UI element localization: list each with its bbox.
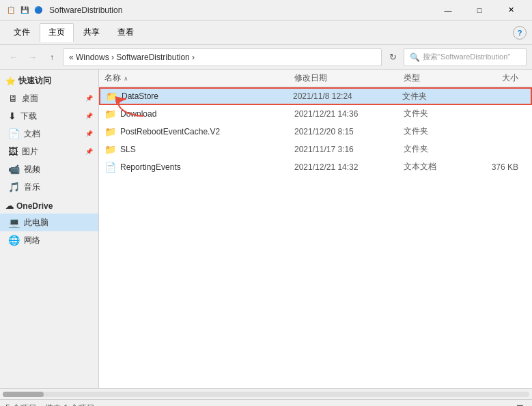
sidebar-group-onedrive[interactable]: ☁ OneDrive (0, 199, 98, 214)
documents-pin: 📌 (85, 130, 93, 137)
pictures-label: 图片 (22, 146, 38, 158)
tab-view[interactable]: 查看 (109, 23, 142, 42)
tab-share[interactable]: 共享 (75, 23, 108, 42)
desktop-icon: 🖥 (8, 93, 18, 104)
folder-icon: 📁 (106, 91, 117, 102)
tab-file[interactable]: 文件 (5, 23, 38, 42)
address-bar: ← → ↑ « Windows › SoftwareDistribution ›… (0, 45, 532, 70)
file-list: 名称 ∧ 修改日期 类型 大小 📁 DataStore 2021/11/8 12… (99, 70, 532, 388)
horizontal-scrollbar[interactable] (0, 388, 532, 399)
table-row[interactable]: 📁 Download 2021/12/21 14:36 文件夹 (99, 105, 532, 123)
scroll-thumb[interactable] (3, 392, 44, 397)
nav-forward-button[interactable]: → (25, 49, 41, 66)
file-type: 文件夹 (402, 91, 471, 102)
title-icon-2[interactable]: 💾 (19, 5, 30, 16)
col-name[interactable]: 名称 ∧ (104, 72, 294, 84)
sidebar-item-music[interactable]: 🎵 音乐 (0, 178, 98, 196)
grid-view-button[interactable]: ⊞ (496, 402, 510, 407)
path-text: « Windows › SoftwareDistribution › (69, 53, 195, 62)
folder-icon: 📁 (104, 144, 116, 155)
file-list-header: 名称 ∧ 修改日期 类型 大小 (99, 70, 532, 87)
sort-arrow: ∧ (124, 75, 128, 82)
table-row[interactable]: 📁 SLS 2021/11/17 3:16 文件夹 (99, 141, 532, 158)
sidebar-group-quick-access[interactable]: ⭐ 快速访问 (0, 72, 98, 89)
nav-up-button[interactable]: ↑ (44, 49, 60, 66)
nav-back-button[interactable]: ← (5, 49, 22, 66)
file-name: PostRebootEventCache.V2 (120, 127, 294, 136)
table-row[interactable]: 📁 DataStore 2021/11/8 12:24 文件夹 (99, 87, 532, 105)
sidebar: ⭐ 快速访问 🖥 桌面 📌 ⬇ 下载 📌 📄 文档 📌 🖼 图片 � (0, 70, 99, 388)
onedrive-label: OneDrive (16, 201, 53, 211)
sidebar-item-desktop[interactable]: 🖥 桌面 📌 (0, 89, 98, 107)
music-label: 音乐 (24, 182, 40, 193)
sidebar-item-downloads[interactable]: ⬇ 下载 📌 (0, 107, 98, 125)
table-row[interactable]: 📁 PostRebootEventCache.V2 2021/12/20 8:1… (99, 123, 532, 141)
maximize-button[interactable]: □ (464, 0, 495, 20)
network-label: 网络 (24, 235, 40, 246)
status-bar: 5 个项目 选中 1 个项目 ⊞ ☰ (0, 399, 532, 406)
file-date: 2021/12/21 14:32 (294, 162, 404, 172)
title-bar: 📋 💾 🔵 SoftwareDistribution — □ ✕ (0, 0, 532, 20)
pictures-pin: 📌 (85, 148, 93, 155)
title-icon-1[interactable]: 📋 (5, 5, 16, 16)
file-date: 2021/12/21 14:36 (294, 109, 404, 119)
folder-icon: 📁 (104, 108, 116, 119)
file-date: 2021/11/17 3:16 (294, 145, 404, 154)
onedrive-icon: ☁ (5, 201, 14, 211)
downloads-label: 下载 (20, 111, 37, 122)
minimize-button[interactable]: — (432, 0, 464, 20)
title-icon-3[interactable]: 🔵 (33, 5, 44, 16)
file-size: 376 KB (472, 162, 527, 172)
refresh-button[interactable]: ↻ (384, 49, 401, 66)
close-button[interactable]: ✕ (495, 0, 527, 20)
file-date: 2021/11/8 12:24 (293, 91, 402, 101)
table-row[interactable]: 📄 ReportingEvents 2021/12/21 14:32 文本文档 … (99, 158, 532, 176)
videos-label: 视频 (24, 164, 40, 175)
file-name: Download (120, 109, 294, 119)
music-icon: 🎵 (8, 182, 20, 192)
item-count: 5 个项目 (5, 403, 37, 406)
downloads-pin: 📌 (85, 113, 93, 119)
sidebar-item-network[interactable]: 🌐 网络 (0, 231, 98, 249)
help-button[interactable]: ? (513, 26, 527, 40)
file-type: 文件夹 (404, 143, 472, 155)
search-placeholder: 搜索"SoftwareDistribution" (423, 52, 510, 62)
sidebar-item-this-pc[interactable]: 💻 此电脑 (0, 214, 98, 231)
file-type: 文件夹 (404, 108, 472, 119)
window-controls: — □ ✕ (432, 0, 527, 20)
sidebar-item-documents[interactable]: 📄 文档 📌 (0, 125, 98, 143)
col-type[interactable]: 类型 (404, 72, 472, 84)
documents-label: 文档 (24, 128, 40, 140)
network-icon: 🌐 (8, 235, 20, 246)
scroll-track[interactable] (3, 392, 529, 397)
selected-count: 选中 1 个项目 (45, 403, 95, 406)
downloads-icon: ⬇ (8, 111, 16, 121)
file-name: SLS (120, 145, 294, 154)
this-pc-label: 此电脑 (24, 217, 48, 229)
list-view-button[interactable]: ☰ (513, 402, 527, 407)
ribbon: 文件 主页 共享 查看 ? (0, 20, 532, 45)
file-type: 文本文档 (404, 161, 472, 173)
col-size[interactable]: 大小 (472, 72, 527, 84)
desktop-label: 桌面 (22, 93, 38, 104)
title-bar-icons: 📋 💾 🔵 (5, 5, 44, 16)
window-title: SoftwareDistribution (49, 5, 432, 15)
tab-home[interactable]: 主页 (40, 23, 74, 42)
this-pc-icon: 💻 (8, 217, 20, 228)
document-icon: 📄 (104, 162, 116, 173)
file-name: ReportingEvents (120, 162, 294, 172)
folder-icon: 📁 (104, 126, 116, 137)
main-layout: ⭐ 快速访问 🖥 桌面 📌 ⬇ 下载 📌 📄 文档 📌 🖼 图片 � (0, 70, 532, 388)
file-date: 2021/12/20 8:15 (294, 127, 404, 136)
col-date[interactable]: 修改日期 (294, 72, 404, 84)
quick-access-icon: ⭐ (5, 76, 16, 86)
view-controls: ⊞ ☰ (496, 402, 527, 407)
address-path[interactable]: « Windows › SoftwareDistribution › (63, 48, 382, 66)
search-box[interactable]: 🔍 搜索"SoftwareDistribution" (404, 48, 527, 66)
documents-icon: 📄 (8, 128, 20, 139)
sidebar-item-pictures[interactable]: 🖼 图片 📌 (0, 143, 98, 160)
desktop-pin: 📌 (85, 95, 93, 102)
sidebar-item-videos[interactable]: 📹 视频 (0, 160, 98, 178)
file-type: 文件夹 (404, 126, 472, 137)
file-name: DataStore (122, 91, 293, 101)
